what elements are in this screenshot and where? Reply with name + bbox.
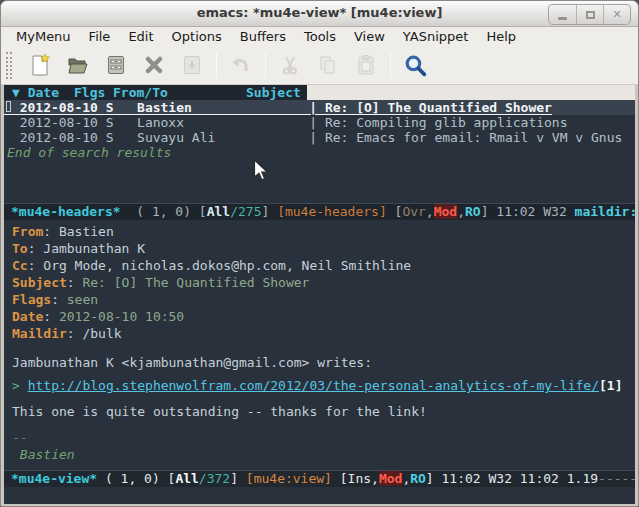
toolbar-separator — [265, 52, 266, 79]
message-field-date: Date: 2012-08-10 10:50 — [12, 308, 635, 325]
headers-column-header: ▼ DateFlgsFrom/ToSubject — [4, 85, 635, 100]
field-label: To — [12, 241, 28, 256]
minimize-icon — [558, 17, 567, 20]
modeline-segment: ( 1, 0) — [121, 204, 199, 219]
field-value: Re: [O] The Quantified Shower — [82, 275, 309, 290]
modeline-segment: *mu4e-view* — [11, 471, 97, 486]
modeline-segment: , — [426, 204, 434, 219]
maximize-button[interactable] — [576, 5, 603, 24]
cut-icon — [277, 52, 303, 78]
delete-icon[interactable] — [141, 52, 167, 78]
new-file-icon[interactable] — [27, 52, 53, 78]
hollow-cursor — [6, 101, 11, 112]
field-colon: : — [28, 241, 44, 256]
modeline-segment: , — [371, 471, 379, 486]
toolbar-drag-handle[interactable] — [6, 52, 12, 79]
mouse-cursor — [253, 159, 271, 183]
save-as-icon — [179, 52, 205, 78]
menu-item-tools[interactable]: Tools — [295, 27, 345, 46]
modeline-segment: [ — [332, 471, 348, 486]
menu-item-edit[interactable]: Edit — [119, 27, 162, 46]
message-field-cc: Cc: Org Mode, nicholas.dokos@hp.com, Nei… — [12, 257, 635, 274]
window-controls: ✕ — [548, 4, 631, 25]
menu-item-file[interactable]: File — [80, 27, 120, 46]
modeline-segment: 11:02 W32 11:02 1.19 — [442, 471, 599, 486]
modeline-segment: [mu4e:view] — [246, 471, 332, 486]
save-icon[interactable] — [103, 52, 129, 78]
paste-icon — [353, 52, 379, 78]
menu-item-mymenu[interactable]: MyMenu — [7, 27, 80, 46]
undo-icon — [228, 52, 254, 78]
header-row[interactable]: 2012-08-10 S Suvayu Ali | Re: Emacs for … — [4, 130, 635, 145]
modeline-segment: maildir:/bulk — [575, 204, 635, 219]
signature: Bastien — [12, 446, 635, 463]
modeline-segment: ] — [230, 471, 246, 486]
field-colon: : — [28, 258, 44, 273]
field-value: Org Mode, nicholas.dokos@hp.com, Neil Sm… — [43, 258, 411, 273]
modeline-segment: [ — [387, 204, 403, 219]
mu4e-headers-window: ▼ DateFlgsFrom/ToSubject 2012-08-10 S Ba… — [4, 85, 635, 203]
modeline-segment: , — [457, 204, 465, 219]
field-value: Jambunathan K — [43, 241, 145, 256]
field-value: seen — [67, 292, 98, 307]
close-button[interactable]: ✕ — [603, 5, 630, 24]
open-folder-icon[interactable] — [65, 52, 91, 78]
modeline-segment: ] — [481, 204, 497, 219]
message-attribution: Jambunathan K <kjambunathan@gmail.com> w… — [12, 354, 635, 371]
modeline-segment: All — [207, 204, 230, 219]
field-colon: : — [51, 292, 67, 307]
modeline-segment: 11:02 W32 — [496, 204, 574, 219]
search-icon[interactable] — [402, 52, 428, 78]
modeline-segment: All — [175, 471, 198, 486]
field-label: Cc — [12, 258, 28, 273]
field-label: Flags — [12, 292, 51, 307]
field-colon: : — [67, 275, 83, 290]
modeline-segment: RO — [410, 471, 426, 486]
modeline-segment: ] — [261, 204, 277, 219]
field-label: From — [12, 224, 43, 239]
modeline-segment: Ins — [348, 471, 371, 486]
toolbar-separator — [216, 52, 217, 79]
modeline-segment: [ — [199, 204, 207, 219]
field-label: Subject — [12, 275, 67, 290]
header-row[interactable]: 2012-08-10 S Lanoxx | Re: Compiling glib… — [4, 115, 635, 130]
signature-divider: -- — [12, 429, 635, 446]
toolbar-separator — [390, 52, 391, 79]
menu-item-buffers[interactable]: Buffers — [231, 27, 295, 46]
modeline-segment: /372 — [199, 471, 230, 486]
modeline-segment: ] — [426, 471, 442, 486]
field-label: Maildir — [12, 326, 67, 341]
message-field-flags: Flags: seen — [12, 291, 635, 308]
modeline-segment: Ovr — [402, 204, 425, 219]
echo-area — [4, 487, 635, 504]
end-of-search-results: End of search results — [4, 145, 635, 160]
modeline-mu4e-view: *mu4e-view* ( 1, 0) [All/372] [mu4e:view… — [4, 470, 635, 487]
modeline-mu4e-headers: *mu4e-headers* ( 1, 0) [All/275] [mu4e-h… — [4, 203, 635, 220]
message-field-to: To: Jambunathan K — [12, 240, 635, 257]
column-header[interactable]: Flgs — [74, 85, 105, 100]
emacs-frame-content: ▼ DateFlgsFrom/ToSubject 2012-08-10 S Ba… — [4, 85, 635, 504]
column-header[interactable]: From/To — [113, 85, 168, 100]
menu-item-help[interactable]: Help — [477, 27, 525, 46]
field-value: /bulk — [82, 326, 121, 341]
message-field-from: From: Bastien — [12, 223, 635, 240]
modeline-segment: RO — [465, 204, 481, 219]
column-header[interactable]: ▼ Date — [12, 85, 59, 100]
minimize-button[interactable] — [549, 5, 576, 24]
titlebar[interactable]: emacs: *mu4e-view* [mu4e:view] ✕ — [1, 1, 638, 27]
column-header[interactable]: Subject — [246, 85, 301, 100]
field-colon: : — [43, 224, 59, 239]
menu-item-view[interactable]: View — [345, 27, 394, 46]
window-title: emacs: *mu4e-view* [mu4e:view] — [1, 5, 638, 20]
field-value: 2012-08-10 10:50 — [59, 309, 184, 324]
modeline-segment: -------------------------------- — [598, 471, 635, 486]
quoted-line: > http://blog.stephenwolfram.com/2012/03… — [12, 377, 635, 394]
menu-item-options[interactable]: Options — [163, 27, 231, 46]
menu-bar: MyMenuFileEditOptionsBuffersToolsViewYAS… — [1, 27, 638, 46]
modeline-segment: Mod — [434, 204, 457, 219]
message-field-maildir: Maildir: /bulk — [12, 325, 635, 342]
header-row[interactable]: 2012-08-10 S Bastien | Re: [O] The Quant… — [4, 100, 635, 115]
message-link[interactable]: http://blog.stephenwolfram.com/2012/03/t… — [28, 378, 599, 393]
menu-item-yasnippet[interactable]: YASnippet — [394, 27, 478, 46]
mu4e-view-window: From: BastienTo: Jambunathan KCc: Org Mo… — [4, 220, 635, 470]
